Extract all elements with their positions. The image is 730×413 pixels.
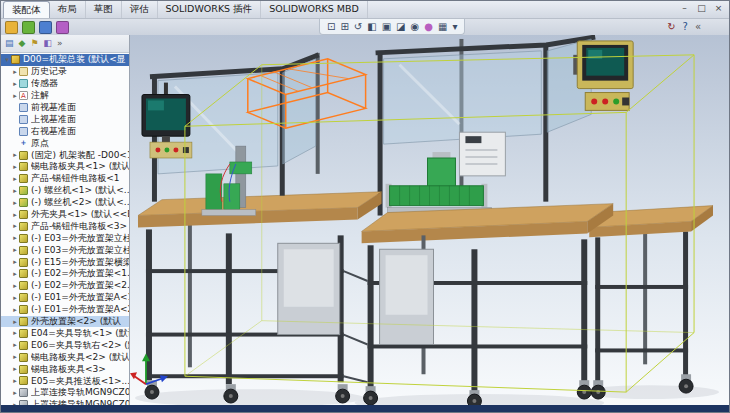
mate-icon[interactable] [22, 21, 35, 34]
expander-icon[interactable]: ▸ [11, 211, 19, 219]
tree-item[interactable]: ▸E06=夹具导轨右<2> (默 [1, 339, 129, 351]
tree-item[interactable]: ▸(-) E03=外壳放置架立柱 [1, 232, 129, 244]
main-area: ▤◆⚑◧» ▾D00=机架总装 (默认<显▸历史记录▸传感器▸A注解前视基准面上… [1, 35, 729, 405]
tree-item[interactable]: ▸产品-锡钮件电路板<1 [1, 173, 129, 185]
expander-icon[interactable]: ▸ [11, 258, 19, 266]
configurationmanager-tab-icon[interactable]: ⚑ [30, 37, 38, 50]
move-component-icon[interactable] [56, 21, 69, 34]
tree-item[interactable]: 前视基准面 [1, 102, 129, 114]
tree-item[interactable]: ▸传感器 [1, 78, 129, 90]
command-tabs: 装配体布局草图评估SOLIDWORKS 插件SOLIDWORKS MBD [3, 1, 368, 18]
tree-item[interactable]: 上视基准面 [1, 113, 129, 125]
part-icon [19, 365, 28, 374]
feature-tree[interactable]: ▾D00=机架总装 (默认<显▸历史记录▸传感器▸A注解前视基准面上视基准面右视… [1, 53, 129, 405]
rebuild-icon[interactable]: ↻ [667, 20, 675, 33]
tree-item[interactable]: ▸产品-锡钮件电路板<3> [1, 220, 129, 232]
expander-icon[interactable]: ▸ [11, 318, 19, 326]
tree-item[interactable]: ▸上罩连接导轨MGN9CZ0 [1, 387, 129, 399]
zoom-area-icon[interactable]: ⊞ [340, 20, 348, 33]
featuremanager-tab-icon[interactable]: ▤ [5, 37, 14, 50]
tree-item[interactable]: ▸锡电路板夹具<1> (默认 [1, 161, 129, 173]
tree-item[interactable]: 右视基准面 [1, 125, 129, 137]
expander-icon[interactable]: ▸ [11, 175, 19, 183]
help-icon[interactable]: ? [683, 20, 688, 33]
expander-icon[interactable]: ▸ [11, 68, 19, 76]
viewport-3d-scene[interactable] [130, 35, 729, 405]
tree-item[interactable]: ▸(-) 螺丝机<2> (默认<... [1, 197, 129, 209]
tree-item[interactable]: ▸(-) E15=外壳放置架横梁 [1, 256, 129, 268]
hide-show-items-icon[interactable]: ◉ [411, 20, 420, 33]
displaymanager-tab-icon[interactable]: ◧ [44, 37, 53, 50]
tree-item[interactable]: ▸外壳放置架<2> (默认 [1, 316, 129, 328]
heads-up-toolbar: ⊡⊞↺◧▣◪◉●▦▾ [319, 19, 465, 35]
expander-icon[interactable]: ▸ [11, 377, 19, 385]
tab-sketch[interactable]: 草图 [86, 1, 122, 18]
collapse-taskpane-icon[interactable]: « [695, 20, 701, 33]
graphics-viewport[interactable] [130, 35, 729, 405]
tree-item[interactable]: ▸历史记录 [1, 66, 129, 78]
expander-icon[interactable]: ▸ [11, 246, 19, 254]
expander-icon[interactable]: ▸ [11, 329, 19, 337]
tab-assembly[interactable]: 装配体 [3, 1, 50, 18]
maximize-icon[interactable]: □ [694, 2, 709, 15]
expander-icon[interactable]: ▸ [11, 389, 19, 397]
expander-icon[interactable]: ▸ [11, 294, 19, 302]
taskbar-strip[interactable] [1, 405, 729, 412]
expander-icon[interactable]: ▾ [3, 56, 11, 64]
expander-icon[interactable]: ▸ [11, 92, 19, 100]
expander-icon[interactable]: ▸ [11, 234, 19, 242]
expander-icon[interactable]: ▸ [11, 282, 19, 290]
window-controls: –□× [674, 1, 729, 18]
expander-icon[interactable]: ▸ [11, 365, 19, 373]
expander-icon[interactable]: ▸ [11, 341, 19, 349]
expander-icon[interactable]: ▸ [11, 163, 19, 171]
previous-view-icon[interactable]: ↺ [354, 20, 362, 33]
expander-icon[interactable]: ▸ [11, 80, 19, 88]
tree-item[interactable]: ▸(-) E01=外壳放置架A<2 [1, 304, 129, 316]
expand-manager-tabs-icon[interactable]: » [57, 37, 63, 50]
edit-appearance-icon[interactable]: ● [424, 20, 433, 33]
tree-item[interactable]: ▸E05=夹具推送板<1>... [1, 375, 129, 387]
insert-components-icon[interactable] [5, 21, 18, 34]
expander-icon[interactable]: ▸ [11, 199, 19, 207]
tree-item[interactable]: ▸E04=夹具导轨<1> (默认 [1, 327, 129, 339]
component-pattern-icon[interactable] [39, 21, 52, 34]
tab-layout[interactable]: 布局 [50, 1, 86, 18]
minimize-icon[interactable]: – [677, 2, 692, 15]
tree-item[interactable]: ▸(固定) 机架装配 -D00<1 [1, 149, 129, 161]
view-settings-icon[interactable]: ▾ [452, 20, 457, 33]
tree-item[interactable]: ▸(-) E01=外壳放置架A<1 [1, 292, 129, 304]
display-style-icon[interactable]: ◪ [396, 20, 405, 33]
tree-item[interactable]: ▸(-) E02=外壳放置架<1... [1, 268, 129, 280]
tree-item[interactable]: ▸(-) E02=外壳放置架<2... [1, 280, 129, 292]
propertymanager-tab-icon[interactable]: ◆ [19, 37, 26, 50]
expander-icon[interactable]: ▸ [11, 306, 19, 314]
close-icon[interactable]: × [711, 2, 726, 15]
expander-icon[interactable]: ▸ [11, 187, 19, 195]
tree-item[interactable]: ▸外壳夹具<1> (默认<<B [1, 209, 129, 221]
tree-item[interactable]: ▸(-) E03=外壳放置架立柱 [1, 244, 129, 256]
part-icon [19, 246, 28, 255]
tree-item[interactable]: ▸A注解 [1, 90, 129, 102]
expander-icon[interactable]: ▸ [11, 222, 19, 230]
part-icon [19, 341, 28, 350]
tab-solidworks-addins[interactable]: SOLIDWORKS 插件 [158, 1, 262, 18]
tree-item[interactable]: ▸锡电路板夹具<2> (默认 [1, 351, 129, 363]
apply-scene-icon[interactable]: ▦ [438, 20, 447, 33]
origin-icon: + [19, 139, 28, 148]
part-icon [19, 293, 28, 302]
tree-item[interactable]: ▸(-) 螺丝机<1> (默认<... [1, 185, 129, 197]
section-view-icon[interactable]: ◧ [367, 20, 376, 33]
tab-evaluate[interactable]: 评估 [122, 1, 158, 18]
rail-icon [19, 388, 28, 397]
expander-icon[interactable]: ▸ [11, 270, 19, 278]
tree-item[interactable]: +原点 [1, 137, 129, 149]
view-orientation-icon[interactable]: ▣ [382, 20, 391, 33]
expander-icon[interactable]: ▸ [11, 353, 19, 361]
expander-icon[interactable]: ▸ [11, 151, 19, 159]
tree-item[interactable]: ▸锡电路板夹具<3> [1, 363, 129, 375]
zoom-fit-icon[interactable]: ⊡ [327, 20, 335, 33]
tab-solidworks-mbd[interactable]: SOLIDWORKS MBD [261, 1, 368, 18]
part-icon [19, 258, 28, 267]
tree-item[interactable]: ▾D00=机架总装 (默认<显 [1, 54, 129, 66]
